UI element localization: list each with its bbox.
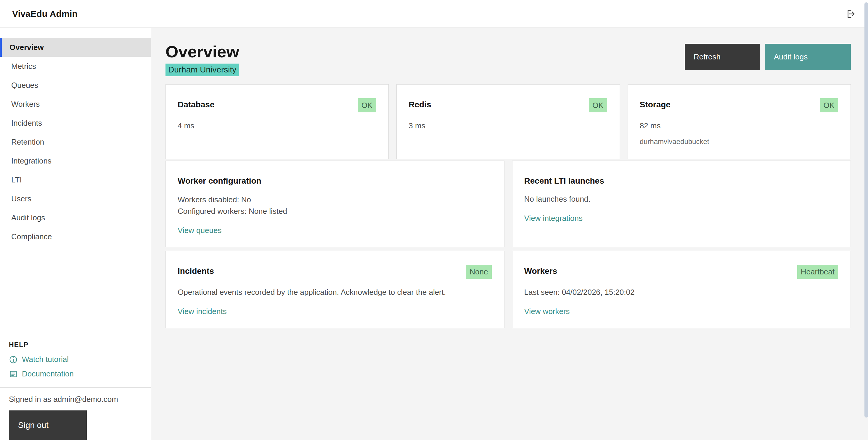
- card-title: Redis: [408, 98, 431, 109]
- recent-lti-launches-card: Recent LTI launches No launches found. V…: [512, 161, 851, 247]
- incidents-description: Operational events recorded by the appli…: [178, 286, 492, 298]
- card-title: Storage: [640, 98, 671, 109]
- latency-value: 82 ms: [640, 120, 838, 132]
- no-launches-line: No launches found.: [524, 193, 838, 205]
- bucket-name: durhamvivaedubucket: [640, 136, 838, 147]
- sidebar-item-incidents[interactable]: Incidents: [0, 113, 151, 133]
- last-seen-line: Last seen: 04/02/2026, 15:20:02: [524, 286, 838, 298]
- page-title: Overview: [165, 43, 239, 60]
- sidebar-item-workers[interactable]: Workers: [0, 95, 151, 113]
- latency-value: 3 ms: [408, 120, 607, 132]
- app-title: VivaEdu Admin: [12, 9, 78, 19]
- card-title: Workers: [524, 265, 557, 276]
- storage-card: Storage OK 82 ms durhamvivaedubucket: [628, 84, 851, 159]
- latency-value: 4 ms: [178, 120, 376, 132]
- sidebar-item-queues[interactable]: Queues: [0, 76, 151, 95]
- workers-disabled-line: Workers disabled: No: [178, 194, 492, 205]
- view-queues-link[interactable]: View queues: [178, 226, 221, 235]
- sidebar-item-integrations[interactable]: Integrations: [0, 151, 151, 170]
- heartbeat-badge: Heartbeat: [797, 265, 838, 279]
- info-card-row-2: Incidents None Operational events record…: [165, 251, 851, 321]
- refresh-button[interactable]: Refresh: [685, 44, 760, 70]
- sidebar: Overview Metrics Queues Workers Incident…: [0, 28, 151, 440]
- sidebar-item-overview[interactable]: Overview: [0, 38, 151, 57]
- incidents-card: Incidents None Operational events record…: [165, 251, 504, 328]
- sidebar-item-metrics[interactable]: Metrics: [0, 57, 151, 76]
- watch-tutorial-label: Watch tutorial: [22, 355, 69, 364]
- incidents-badge: None: [466, 265, 491, 279]
- help-heading: HELP: [9, 341, 142, 349]
- help-section: HELP Watch tutorial: [0, 333, 151, 387]
- watch-tutorial-link[interactable]: Watch tutorial: [9, 355, 142, 364]
- top-bar: VivaEdu Admin: [0, 0, 868, 28]
- sign-out-button[interactable]: Sign out: [9, 410, 87, 440]
- session-section: Signed in as admin@demo.com Sign out: [0, 387, 151, 440]
- card-title: Recent LTI launches: [524, 174, 604, 186]
- sidebar-item-audit-logs[interactable]: Audit logs: [0, 208, 151, 227]
- sidebar-item-lti[interactable]: LTI: [0, 170, 151, 189]
- workers-card: Workers Heartbeat Last seen: 04/02/2026,…: [512, 251, 851, 328]
- sidebar-footer: HELP Watch tutorial: [0, 333, 151, 440]
- sidebar-nav: Overview Metrics Queues Workers Incident…: [0, 28, 151, 246]
- documentation-label: Documentation: [22, 369, 74, 378]
- signed-in-text: Signed in as admin@demo.com: [9, 395, 142, 404]
- documentation-link[interactable]: Documentation: [9, 369, 142, 378]
- sidebar-item-retention[interactable]: Retention: [0, 133, 151, 151]
- status-badge: OK: [589, 98, 607, 112]
- logout-button[interactable]: [845, 9, 856, 19]
- sidebar-item-compliance[interactable]: Compliance: [0, 227, 151, 246]
- logout-icon: [845, 9, 856, 19]
- view-incidents-link[interactable]: View incidents: [178, 307, 227, 316]
- main-header: Overview Durham University Refresh Audit…: [165, 43, 851, 76]
- info-icon: [9, 355, 18, 364]
- tenant-badge: Durham University: [165, 64, 239, 76]
- view-integrations-link[interactable]: View integrations: [524, 214, 583, 223]
- sidebar-item-users[interactable]: Users: [0, 189, 151, 208]
- main-content: Overview Durham University Refresh Audit…: [152, 28, 868, 440]
- worker-configuration-card: Worker configuration Workers disabled: N…: [165, 161, 504, 247]
- document-icon: [9, 370, 18, 378]
- info-card-row-1: Worker configuration Workers disabled: N…: [165, 161, 851, 242]
- header-actions: Refresh Audit logs: [685, 44, 851, 70]
- database-card: Database OK 4 ms: [165, 84, 389, 159]
- card-title: Incidents: [178, 265, 214, 276]
- status-badge: OK: [358, 98, 376, 112]
- status-card-row: Database OK 4 ms Redis OK 3 ms Storage O…: [165, 84, 851, 151]
- vertical-scrollbar[interactable]: [864, 2, 868, 417]
- audit-logs-button[interactable]: Audit logs: [765, 44, 851, 70]
- card-title: Database: [178, 98, 215, 109]
- view-workers-link[interactable]: View workers: [524, 307, 570, 316]
- configured-workers-line: Configured workers: None listed: [178, 205, 492, 217]
- redis-card: Redis OK 3 ms: [396, 84, 620, 159]
- page-heading-block: Overview Durham University: [165, 43, 239, 76]
- status-badge: OK: [820, 98, 838, 112]
- card-title: Worker configuration: [178, 174, 261, 186]
